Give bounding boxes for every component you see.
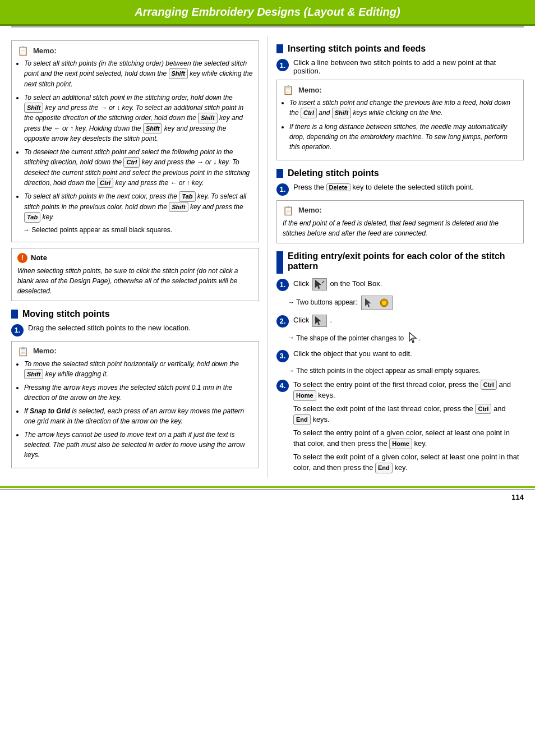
svg-marker-5 bbox=[315, 316, 321, 325]
ctrl-key-1: Ctrl bbox=[123, 157, 140, 168]
editing-section-title: Editing entry/exit points for each color… bbox=[276, 251, 524, 274]
inserting-section-title: Inserting stitch points and feeds bbox=[276, 44, 524, 54]
tool-icon-2 bbox=[312, 315, 327, 327]
editing-step-1-result: Two buttons appear: bbox=[288, 296, 524, 310]
shift-key-2: Shift bbox=[24, 103, 43, 113]
ctrl-key-2: Ctrl bbox=[97, 178, 113, 188]
moving-memo-label: Memo: bbox=[33, 347, 57, 355]
pointer-icon bbox=[408, 332, 417, 345]
memo-box-1: 📋 Memo: To select all stitch points (in … bbox=[11, 40, 259, 242]
inserting-memo-item-1: To insert a stitch point and change the … bbox=[289, 98, 518, 118]
page-header: Arranging Embroidery Designs (Layout & E… bbox=[0, 0, 535, 26]
memo-item-1-4: To select all stitch points in the next … bbox=[24, 191, 253, 223]
memo-header-1: 📋 Memo: bbox=[17, 45, 253, 56]
editing-step-4-p4: To select the exit point of a given colo… bbox=[293, 451, 524, 473]
memo-item-1-1: To select all stitch points (in the stit… bbox=[24, 58, 253, 89]
editing-step-3: 3. Click the object that you want to edi… bbox=[276, 349, 524, 362]
moving-memo-box: 📋 Memo: To move the selected stitch poin… bbox=[11, 341, 259, 469]
editing-step-4-p1: To select the entry point of the first t… bbox=[293, 379, 524, 401]
deleting-memo-text: If the end point of a feed is deleted, t… bbox=[283, 218, 518, 238]
moving-section-label: Moving stitch points bbox=[22, 309, 110, 319]
left-column: 📋 Memo: To select all stitch points (in … bbox=[11, 36, 268, 478]
deleting-section-label: Deleting stitch points bbox=[288, 168, 379, 178]
moving-memo-item-1: To move the selected stitch point horizo… bbox=[24, 359, 253, 380]
editing-step-4-p3: To select the entry point of a given col… bbox=[293, 427, 524, 449]
inserting-step-1-text: Click a line between two stitch points t… bbox=[293, 58, 496, 75]
editing-step-2-content: Click . bbox=[293, 315, 524, 327]
moving-memo-list: To move the selected stitch point horizo… bbox=[17, 359, 253, 460]
home-key-1: Home bbox=[293, 390, 316, 401]
memo-item-1-3: To deselect the current stitch point and… bbox=[24, 147, 253, 188]
deleting-memo-label: Memo: bbox=[298, 206, 322, 214]
shift-key-4: Shift bbox=[143, 123, 162, 134]
shift-key-3: Shift bbox=[198, 113, 217, 123]
moving-step-1-number: 1. bbox=[11, 324, 24, 336]
moving-section-title: Moving stitch points bbox=[11, 309, 259, 319]
moving-memo-item-4: The arrow keys cannot be used to move te… bbox=[24, 430, 253, 460]
ctrl-key-5: Ctrl bbox=[475, 404, 491, 414]
svg-marker-2 bbox=[365, 298, 371, 307]
editing-step-4-content: To select the entry point of the first t… bbox=[293, 379, 524, 473]
inserting-memo-icon: 📋 bbox=[283, 85, 295, 95]
inserting-step-1-number: 1. bbox=[276, 59, 289, 71]
editing-section-label: Editing entry/exit points for each color… bbox=[288, 251, 524, 271]
right-column: Inserting stitch points and feeds 1. Cli… bbox=[268, 36, 524, 478]
moving-step-1-text: Drag the selected stitch points to the n… bbox=[28, 324, 191, 332]
inserting-memo-item-2: If there is a long distance between stit… bbox=[289, 122, 518, 152]
shift-key-6: Shift bbox=[24, 369, 43, 380]
svg-marker-6 bbox=[409, 333, 416, 343]
inserting-memo-list: To insert a stitch point and change the … bbox=[283, 98, 518, 152]
delete-key: Delete bbox=[326, 183, 350, 191]
tab-key-1: Tab bbox=[179, 191, 195, 202]
page-number: 114 bbox=[511, 493, 524, 501]
editing-step-3-number: 3. bbox=[276, 350, 289, 362]
tool-svg-2 bbox=[313, 315, 326, 326]
editing-step-3-result: The stitch points in the object appear a… bbox=[288, 367, 524, 375]
svg-point-4 bbox=[382, 301, 386, 305]
two-buttons-icon bbox=[361, 296, 393, 310]
btn-icon-1 bbox=[363, 297, 376, 308]
page-title: Arranging Embroidery Designs (Layout & E… bbox=[11, 6, 524, 19]
ctrl-key-3: Ctrl bbox=[301, 108, 317, 118]
note-header-1: ! Note bbox=[17, 253, 253, 263]
note-text-1: When selecting stitch points, be sure to… bbox=[17, 266, 253, 296]
editing-step-1: 1. Click on the Tool Box. bbox=[276, 278, 524, 291]
page-wrapper: Arranging Embroidery Designs (Layout & E… bbox=[0, 0, 535, 504]
deleting-step-1: 1. Press the Delete key to delete the se… bbox=[276, 183, 524, 196]
memo-item-1-2: To select an additional stitch point in … bbox=[24, 93, 253, 144]
moving-memo-header: 📋 Memo: bbox=[17, 346, 253, 356]
tab-key-2: Tab bbox=[24, 212, 40, 223]
svg-line-1 bbox=[322, 281, 324, 283]
memo-result-1: Selected points appear as small black sq… bbox=[23, 226, 253, 234]
editing-step-2: 2. Click . bbox=[276, 315, 524, 328]
inserting-memo-box: 📋 Memo: To insert a stitch point and cha… bbox=[276, 80, 524, 160]
tool-svg-1 bbox=[313, 279, 326, 290]
moving-memo-item-3: If Snap to Grid is selected, each press … bbox=[24, 406, 253, 426]
memo-label-1: Memo: bbox=[33, 47, 57, 55]
editing-step-1-content: Click on the Tool Box. bbox=[293, 278, 524, 291]
moving-step-1-content: Drag the selected stitch points to the n… bbox=[28, 324, 259, 332]
editing-step-3-content: Click the object that you want to edit. bbox=[293, 349, 524, 358]
note-box-1: ! Note When selecting stitch points, be … bbox=[11, 248, 259, 301]
home-key-2: Home bbox=[389, 439, 412, 449]
memo-list-1: To select all stitch points (in the stit… bbox=[17, 58, 253, 223]
pointer-svg bbox=[408, 332, 417, 343]
svg-marker-0 bbox=[315, 280, 321, 289]
deleting-step-1-content: Press the Delete key to delete the selec… bbox=[293, 183, 524, 191]
editing-step-4-number: 4. bbox=[276, 380, 289, 392]
end-key-2: End bbox=[375, 463, 393, 473]
editing-step-4: 4. To select the entry point of the firs… bbox=[276, 379, 524, 473]
editing-step-4-p2: To select the exit point of the last thr… bbox=[293, 403, 524, 425]
page-footer: 114 bbox=[0, 489, 535, 504]
deleting-memo-header: 📋 Memo: bbox=[283, 205, 518, 215]
deleting-memo-box: 📋 Memo: If the end point of a feed is de… bbox=[276, 200, 524, 243]
note-label-1: Note bbox=[31, 253, 47, 262]
btn-icon-2 bbox=[377, 297, 391, 308]
memo-icon-1: 📋 bbox=[17, 45, 30, 56]
deleting-step-1-number: 1. bbox=[276, 183, 289, 196]
moving-memo-item-2: Pressing the arrow keys moves the select… bbox=[24, 382, 253, 403]
footer-line bbox=[0, 486, 535, 488]
deleting-section-title: Deleting stitch points bbox=[276, 168, 524, 178]
shift-key-5: Shift bbox=[169, 202, 188, 213]
moving-memo-icon: 📋 bbox=[17, 346, 30, 356]
